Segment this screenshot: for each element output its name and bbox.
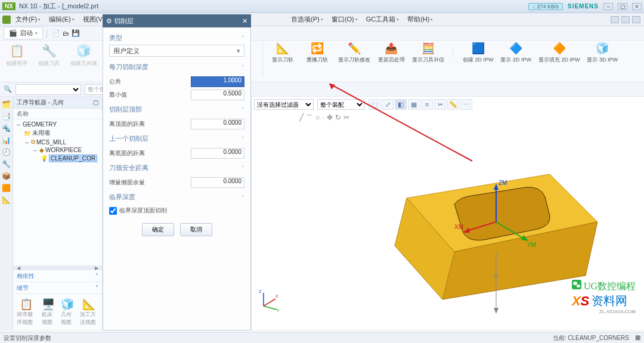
type-dropdown[interactable]: 用户定义▾ [109,45,244,57]
tab-draft-icon[interactable]: 📐 [1,194,12,205]
ribbon: 📋 创建程序 🔧 创建刀具 🧊 创建几何体 📐显示刀轨 🔁重播刀轨 ✏️显示刀轨… [0,41,644,82]
3d-viewport[interactable]: 没有选择过滤器 整个装配 ⬚ ⤢ ◧ ▦ ≡ ✂ 📏 ⋯ ╱ ⌒ ○ · ✥ ↻… [252,97,644,330]
tbi-shade-icon[interactable]: ◧ [395,99,407,110]
tab-machining-icon[interactable]: 🟧 [1,183,12,193]
toolbar-btn-2[interactable]: 🗁 [63,30,69,37]
menu-file[interactable]: 文件(F)▾ [12,14,44,25]
tbi-more-icon[interactable]: ⋯ [460,99,472,110]
rtool-display-path[interactable]: 📐显示刀轨 [269,42,296,64]
rtool-post[interactable]: 📤更新后处理 [377,42,405,64]
sketch-trim-icon[interactable]: ✂ [343,113,349,123]
maximize-button[interactable]: ▢ [618,3,627,10]
ribbon-create-program[interactable]: 📋 创建程序 [2,42,31,67]
doc-close-icon[interactable] [632,16,640,23]
tab-feature-icon[interactable]: 📑 [1,111,12,122]
accordion-dependency[interactable]: 相依性˅ [13,270,102,282]
status-icon[interactable]: ▦ [635,334,640,342]
toolbar-btn-1[interactable]: 📄 [52,29,60,37]
crit-checkbox[interactable] [109,207,117,215]
rtool-replay[interactable]: 🔁重播刀轨 [304,42,331,64]
cancel-button[interactable]: 取消 [180,223,212,236]
tab-assembly-icon[interactable]: 🔩 [1,123,12,134]
menu-help[interactable]: 帮助(H)▾ [404,14,436,25]
minimize-button[interactable]: – [603,3,613,10]
scroll-left-icon[interactable]: ◀ [17,265,20,271]
tab-tool-icon[interactable]: 🔧 [1,159,12,169]
sketch-move-icon[interactable]: ✥ [327,113,333,123]
tbi-fit-icon[interactable]: ⤢ [382,99,394,110]
tbi-select-icon[interactable]: ⬚ [369,99,380,110]
tree-cleanup-corners[interactable]: 💡CLEANUP_COR [16,154,100,163]
tbi-measure-icon[interactable]: 📏 [447,99,459,110]
filter-icon[interactable]: 🔍 [4,85,12,93]
sketch-arc-icon[interactable]: ⌒ [306,113,313,123]
navigator-tree[interactable]: –GEOMETRY 📁未用项 –⧉MCS_MILL –◆WORKPIECE 💡C… [13,119,102,265]
view-machine[interactable]: 🖥️机床视图 [42,298,55,326]
ipw-show-2d[interactable]: 🔷显示 2D IPW [500,42,531,64]
input-common[interactable]: 1.0000 [191,76,244,87]
status-current: 当前: CLEANUP_CORNERS [553,334,629,342]
tbi-wire-icon[interactable]: ▦ [408,99,420,110]
scroll-right-icon[interactable]: ▶ [95,265,98,271]
tbi-layer-icon[interactable]: ≡ [421,99,433,110]
input-incr[interactable]: 0.0000 [191,177,244,188]
input-top-dist[interactable]: 0.0000 [191,119,244,129]
navigator-column-header: 名称 [13,109,102,119]
ribbon-create-geometry[interactable]: 🧊 创建几何体 [67,42,101,67]
ipw3-icon: 🔶 [553,42,566,55]
section-top[interactable]: 切削层顶部˄ [109,103,244,116]
ipw-fill-2d[interactable]: 🔶显示填充 2D IPW [538,42,580,64]
close-button[interactable]: × [632,3,642,10]
tree-unused[interactable]: 📁未用项 [16,128,100,138]
doc-restore-icon[interactable] [621,16,630,23]
chevron-down-icon: ˅ [95,285,98,291]
filter-select[interactable] [16,84,81,95]
sketch-circle-icon[interactable]: ○ [315,113,320,123]
menu-edit[interactable]: 编辑(E)▾ [45,14,78,25]
path-icon: 📐 [276,42,289,55]
start-chip[interactable]: 🎬 启动▾ [4,27,43,39]
input-min[interactable]: 0.5000 [191,89,244,100]
scope-filter[interactable]: 整个装配 [317,99,365,110]
view-program-order[interactable]: 📋程序顺序视图 [17,298,36,326]
sketch-line-icon[interactable]: ╱ [299,113,304,123]
tree-workpiece[interactable]: –◆WORKPIECE [16,146,100,154]
section-prev[interactable]: 上一个切削层˄ [109,132,244,146]
section-crit[interactable]: 临界深度˄ [109,190,244,204]
rtool-comp[interactable]: 🧮显示刀具补偿 [412,42,444,64]
menu-window[interactable]: 窗口(O)▾ [328,14,361,25]
dialog-close-icon[interactable]: ✕ [242,17,247,25]
tab-part-icon[interactable]: 📦 [1,171,12,181]
view-geometry[interactable]: 🧊几何视图 [61,298,74,326]
ribbon-create-tool[interactable]: 🔧 创建刀具 [35,42,63,67]
menu-gc[interactable]: GC工具箱▾ [363,14,403,25]
undock-icon[interactable]: ▢ [93,99,98,106]
tab-navigator-icon[interactable]: 🗂️ [1,99,12,110]
watermark: UG数控编程 XS资料网 ZL.XS1616.COM [572,280,636,314]
navigator-view-tools: 📋程序顺序视图 🖥️机床视图 🧊几何视图 📐加工方法视图 [13,293,102,330]
section-type[interactable]: 类型˄ [109,31,244,45]
rtool-modify[interactable]: ✏️显示刀轨修改 [338,42,370,64]
crit-checkbox-row[interactable]: 临界深度顶面切削 [109,206,244,215]
toolbar-btn-3[interactable]: 💾 [72,29,80,37]
accordion-detail[interactable]: 细节˅ [13,282,102,293]
sketch-rotate-icon[interactable]: ↻ [335,113,341,123]
tree-geometry[interactable]: –GEOMETRY [16,120,100,128]
tab-history-icon[interactable]: 🕘 [1,147,12,157]
gear-icon: ⚙ [106,17,112,24]
doc-min-icon[interactable] [611,16,619,23]
tab-analysis-icon[interactable]: 📊 [1,135,12,146]
tree-mcs[interactable]: –⧉MCS_MILL [16,138,100,146]
ok-button[interactable]: 确定 [142,223,174,236]
input-prev-dist[interactable]: 0.0000 [191,148,244,159]
ipw-show-3d[interactable]: 🧊显示 3D IPW [587,42,618,64]
section-per-cut[interactable]: 每刀切削深度˄ [109,60,244,74]
dialog-header[interactable]: ⚙ 切削层 ✕ [103,14,251,27]
section-neck[interactable]: 刀颈安全距离˄ [109,161,244,175]
selection-filter[interactable]: 没有选择过滤器 [254,99,314,110]
menu-preferences[interactable]: 首选项(P)▾ [287,14,327,25]
sketch-point-icon[interactable]: · [322,113,324,123]
ipw-create-2d[interactable]: 🟦创建 2D IPW [463,42,494,64]
view-method[interactable]: 📐加工方法视图 [80,298,99,326]
tbi-clip-icon[interactable]: ✂ [434,99,446,110]
